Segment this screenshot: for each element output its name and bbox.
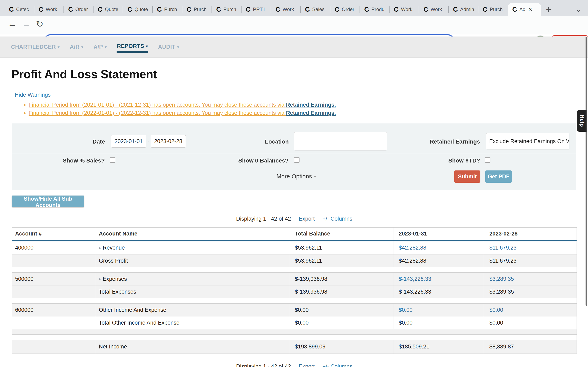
- chevron-down-icon: ▾: [314, 174, 316, 179]
- nav-ar[interactable]: A/R▾: [69, 42, 84, 52]
- retained-earnings-link[interactable]: Retained Earnings.: [286, 102, 336, 108]
- browser-tab[interactable]: CWork: [35, 3, 64, 16]
- export-link[interactable]: Export: [299, 216, 315, 222]
- amount-link[interactable]: $42,282.88: [393, 242, 484, 254]
- submit-button[interactable]: Submit: [454, 170, 480, 183]
- browser-tab[interactable]: COrder: [64, 3, 94, 16]
- table-row-total-expenses: Total Expenses $-139,936.98 $-143,226.33…: [12, 285, 577, 298]
- cetec-favicon: C: [364, 6, 369, 13]
- cetec-favicon: C: [68, 6, 73, 13]
- scrollbar-thumb[interactable]: [586, 37, 587, 306]
- browser-tab[interactable]: CSales: [301, 3, 330, 16]
- location-label: Location: [251, 138, 289, 145]
- warning-link[interactable]: Financial Period from (2022-01-01) - (20…: [29, 110, 286, 116]
- browser-tab[interactable]: CQuote: [94, 3, 123, 16]
- expand-caret-icon[interactable]: ▸: [99, 245, 101, 250]
- amount-link[interactable]: $0.00: [393, 304, 484, 316]
- cetec-favicon: C: [424, 6, 428, 13]
- cetec-favicon: C: [453, 6, 458, 13]
- col-header-period-2[interactable]: 2023-02-28: [484, 227, 576, 240]
- table-row-total-other-income: Total Other Income And Expense $0.00 $0.…: [12, 316, 577, 329]
- amount-link[interactable]: $3,289.35: [484, 273, 576, 285]
- browser-tab[interactable]: CQuote: [123, 3, 153, 16]
- results-toolbar: Displaying 1 - 42 of 42 Export +/- Colum…: [12, 216, 577, 222]
- columns-link[interactable]: +/- Columns: [322, 363, 352, 367]
- browser-tab[interactable]: CWork: [271, 3, 301, 16]
- cetec-favicon: C: [187, 6, 191, 13]
- nav-audit[interactable]: AUDIT▾: [158, 42, 180, 52]
- nav-reports[interactable]: REPORTS▾: [117, 42, 148, 53]
- chevron-down-icon: ▾: [105, 45, 107, 49]
- amount-link[interactable]: $11,679.23: [484, 242, 576, 254]
- results-toolbar-bottom: Displaying 1 - 42 of 42 Export +/- Colum…: [12, 363, 577, 367]
- browser-tab[interactable]: CCetec: [5, 3, 35, 16]
- show-ytd-label: Show YTD?: [447, 157, 480, 164]
- export-link[interactable]: Export: [299, 363, 315, 367]
- browser-tab[interactable]: CAdmin: [449, 3, 479, 16]
- browser-tab[interactable]: CPRT1: [242, 3, 271, 16]
- nav-ap[interactable]: A/P▾: [93, 42, 107, 52]
- back-icon[interactable]: ←: [8, 19, 17, 29]
- warning-item: Financial Period from (2021-01-01) - (20…: [29, 101, 336, 109]
- show-hide-sub-accounts-button[interactable]: Show/Hide All Sub Accounts: [12, 196, 84, 207]
- amount-link[interactable]: $-143,226.33: [393, 273, 484, 285]
- cetec-favicon: C: [394, 6, 398, 13]
- cetec-favicon: C: [39, 6, 43, 13]
- cetec-favicon: C: [157, 6, 162, 13]
- table-row-other-income: 600000 Other Income And Expense $0.00 $0…: [12, 303, 577, 316]
- amount-link[interactable]: $0.00: [484, 304, 576, 316]
- col-header-account-name[interactable]: Account Name: [95, 227, 290, 240]
- cetec-favicon: C: [276, 6, 280, 13]
- browser-tab[interactable]: CProdu: [360, 3, 390, 16]
- show-zero-checkbox[interactable]: [294, 157, 300, 163]
- chevron-down-icon: ▾: [177, 45, 179, 49]
- table-row-revenue: 400000 ▸Revenue $53,962.11 $42,282.88 $1…: [12, 242, 577, 254]
- forward-icon[interactable]: →: [22, 19, 31, 29]
- warning-item: Financial Period from (2022-01-01) - (20…: [29, 109, 336, 117]
- col-header-period-1[interactable]: 2023-01-31: [393, 227, 484, 240]
- browser-tab[interactable]: COrder: [330, 3, 360, 16]
- show-sales-checkbox[interactable]: [110, 157, 115, 163]
- expand-caret-icon[interactable]: ▸: [99, 276, 101, 282]
- col-header-account-num[interactable]: Account #: [12, 227, 95, 240]
- table-row-expenses: 500000 ▸Expenses $-139,936.98 $-143,226.…: [12, 272, 577, 285]
- chevron-down-icon: ▾: [58, 45, 60, 49]
- tab-close-icon[interactable]: ✕: [528, 6, 532, 13]
- browser-tab[interactable]: CWork: [390, 3, 419, 16]
- browser-tab[interactable]: CPurch: [153, 3, 182, 16]
- get-pdf-button[interactable]: Get PDF: [485, 170, 512, 183]
- profit-loss-table: Account # Account Name Total Balance 202…: [12, 227, 577, 354]
- help-tab[interactable]: Help: [577, 110, 587, 132]
- table-spacer-row: [12, 298, 577, 303]
- date-from-input[interactable]: [111, 135, 146, 148]
- browser-tab[interactable]: CPurch: [212, 3, 242, 16]
- browser-tab-active[interactable]: C Ac ✕: [508, 3, 541, 16]
- reload-icon[interactable]: ↻: [36, 19, 43, 29]
- browser-tab-strip: CCetec CWork COrder CQuote CQuote CPurch…: [0, 0, 588, 16]
- hide-warnings-link[interactable]: Hide Warnings: [15, 92, 51, 98]
- warning-link[interactable]: Financial Period from (2021-01-01) - (20…: [29, 102, 286, 108]
- cetec-favicon: C: [216, 6, 221, 13]
- cetec-favicon: C: [335, 6, 339, 13]
- location-input[interactable]: [294, 132, 387, 150]
- table-spacer-row: [12, 267, 577, 272]
- tab-search-chevron-icon[interactable]: ⌄: [576, 5, 582, 13]
- app-nav-bar: CHART/LEDGER▾ A/R▾ A/P▾ REPORTS▾ AUDIT▾: [0, 36, 588, 58]
- columns-link[interactable]: +/- Columns: [322, 216, 352, 222]
- more-options-toggle[interactable]: More Options ▾: [277, 173, 316, 180]
- col-header-total-balance[interactable]: Total Balance: [290, 227, 393, 240]
- retained-earnings-link[interactable]: Retained Earnings.: [286, 110, 336, 116]
- retained-earnings-select[interactable]: Exclude Retained Earnings On 'A ∨: [486, 133, 570, 150]
- table-row-net-income: Net Income $193,899.09 $185,509.21 $8,38…: [12, 340, 577, 354]
- show-ytd-checkbox[interactable]: [485, 157, 490, 163]
- browser-tab[interactable]: CPurch: [182, 3, 212, 16]
- nav-chart-ledger[interactable]: CHART/LEDGER▾: [11, 42, 60, 52]
- cetec-favicon: C: [305, 6, 310, 13]
- browser-tab[interactable]: CWork: [419, 3, 449, 16]
- cetec-favicon: C: [127, 6, 132, 13]
- browser-tab[interactable]: CPurch: [479, 3, 508, 16]
- new-tab-button[interactable]: +: [546, 5, 551, 14]
- cetec-favicon: C: [98, 6, 103, 13]
- date-to-input[interactable]: [151, 135, 186, 148]
- browser-toolbar: ← → ↻ demo.cetecerp.com/accounting/ext_p…: [0, 16, 588, 35]
